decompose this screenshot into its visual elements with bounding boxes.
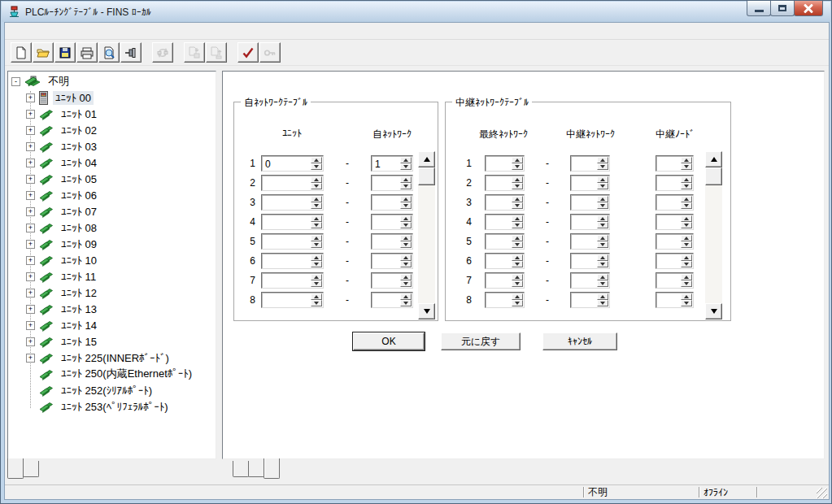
tree-item-label[interactable]: ﾕﾆｯﾄ 05 [59,172,99,186]
relay-node-spinner[interactable] [656,155,694,172]
spin-up-button[interactable] [311,235,322,241]
local-network-spinner[interactable] [371,194,413,211]
tree-view-tab[interactable] [7,458,24,479]
spin-up-button[interactable] [512,274,523,280]
spin-down-button[interactable] [512,202,523,209]
spin-up-button[interactable] [681,274,692,280]
tree-item[interactable]: + ﾕﾆｯﾄ 08 [8,219,216,236]
unit-spinner[interactable] [261,233,324,250]
spin-down-button[interactable] [512,183,523,189]
spin-down-button[interactable] [681,241,692,248]
tree-item-label[interactable]: ﾕﾆｯﾄ 09 [59,237,99,251]
tree-item-label[interactable]: ﾕﾆｯﾄ 08 [59,221,99,235]
tree-expand-toggle[interactable]: + [26,289,35,298]
spin-down-button[interactable] [597,280,608,287]
unit-spinner[interactable] [261,292,324,308]
relay-node-spinner[interactable] [656,253,694,269]
tree-expand-toggle[interactable]: + [26,224,35,232]
relay-node-spinner-value[interactable] [656,215,680,229]
spin-down-button[interactable] [597,300,608,306]
final-network-spinner-value[interactable] [486,195,511,210]
tree-item-label[interactable]: ﾕﾆｯﾄ 07 [59,205,99,219]
relay-network-spinner-value[interactable] [571,215,596,229]
relay-network-spinner-value[interactable] [571,254,596,268]
tree-expand-toggle[interactable]: + [26,321,35,330]
menu-item[interactable] [7,29,22,33]
spin-down-button[interactable] [311,261,322,267]
tree-item-label[interactable]: ﾕﾆｯﾄ 12 [59,286,99,300]
spin-up-button[interactable] [512,235,523,241]
relay-network-spinner[interactable] [570,272,610,289]
final-network-spinner-value[interactable] [486,176,511,190]
spin-up-button[interactable] [681,293,692,300]
spin-up-button[interactable] [311,254,322,261]
view-tab[interactable] [248,461,264,477]
relay-node-spinner[interactable] [656,214,694,230]
toolbar-button[interactable] [11,42,32,63]
spin-down-button[interactable] [400,241,412,248]
spin-up-button[interactable] [681,196,692,202]
tree-expand-toggle[interactable]: + [26,240,35,249]
toolbar-button[interactable] [237,42,259,63]
tree-item[interactable]: + ﾕﾆｯﾄ 03 [8,138,216,154]
spin-down-button[interactable] [311,183,322,189]
tree-item-label[interactable]: ﾕﾆｯﾄ 06 [59,189,99,202]
final-network-spinner[interactable] [485,175,525,191]
tree-item-label[interactable]: ﾕﾆｯﾄ 00 [53,91,94,105]
unit-spinner[interactable]: 0 [261,155,324,172]
tree-item-label[interactable]: ﾕﾆｯﾄ 252(ｼﾘｱﾙﾎﾟｰﾄ) [59,384,155,398]
spin-up-button[interactable] [597,274,608,280]
maximize-button[interactable] [770,1,795,16]
tree-expand-toggle[interactable]: + [26,93,35,102]
unit-spinner-value[interactable]: 0 [262,156,310,171]
local-network-spinner-value[interactable]: 1 [372,156,399,171]
spin-up-button[interactable] [400,215,412,222]
menu-item[interactable] [37,29,51,33]
tree-item[interactable]: + ﾕﾆｯﾄ 00 [8,89,216,106]
tree-item[interactable]: + ﾕﾆｯﾄ 14 [8,317,216,333]
relay-network-spinner-value[interactable] [571,273,596,288]
spin-down-button[interactable] [311,202,322,209]
spin-down-button[interactable] [681,163,692,170]
spin-down-button[interactable] [597,163,608,170]
tree-item-label[interactable]: ﾕﾆｯﾄ 11 [59,270,98,284]
final-network-spinner[interactable] [485,214,525,230]
spin-up-button[interactable] [311,293,322,300]
spin-down-button[interactable] [512,222,523,228]
local-network-spinner-value[interactable] [372,176,399,190]
spin-down-button[interactable] [311,280,322,287]
tree-item-label[interactable]: ﾕﾆｯﾄ 14 [59,319,99,332]
spin-up-button[interactable] [512,176,523,183]
final-network-spinner-value[interactable] [486,215,511,229]
spin-up-button[interactable] [681,157,692,163]
toolbar-button[interactable] [98,42,120,63]
spin-down-button[interactable] [400,183,412,189]
spin-down-button[interactable] [400,222,412,228]
tree-item-label[interactable]: ﾕﾆｯﾄ 253(ﾍﾟﾘﾌｪﾗﾙﾎﾟｰﾄ) [59,400,170,414]
spin-down-button[interactable] [681,280,692,287]
scroll-up-button[interactable] [705,151,722,167]
local-network-spinner[interactable] [371,253,413,269]
local-table-scrollbar[interactable] [418,151,435,319]
spin-down-button[interactable] [400,280,412,287]
tree-item[interactable]: + ﾕﾆｯﾄ 02 [8,122,216,138]
tree-expand-toggle[interactable]: + [26,191,35,200]
toolbar-button[interactable] [76,42,98,63]
spin-up-button[interactable] [512,254,523,261]
local-network-spinner[interactable] [371,175,413,191]
tree-item[interactable]: + ﾕﾆｯﾄ 12 [8,285,216,301]
final-network-spinner[interactable] [485,194,525,211]
tree-item[interactable]: + ﾕﾆｯﾄ 04 [8,154,216,171]
tree-item[interactable]: + ﾕﾆｯﾄ 06 [8,187,216,203]
spin-up-button[interactable] [311,157,322,163]
tree-expand-toggle[interactable]: + [26,207,35,216]
cancel-button[interactable]: ｷｬﾝｾﾙ [542,332,617,350]
spin-up-button[interactable] [311,215,322,222]
spin-up-button[interactable] [512,215,523,222]
revert-button[interactable]: 元に戻す [441,332,521,350]
spin-up-button[interactable] [597,293,608,300]
view-tab[interactable] [233,461,249,477]
relay-network-spinner[interactable] [570,233,610,250]
spin-up-button[interactable] [597,196,608,202]
spin-down-button[interactable] [311,300,322,306]
